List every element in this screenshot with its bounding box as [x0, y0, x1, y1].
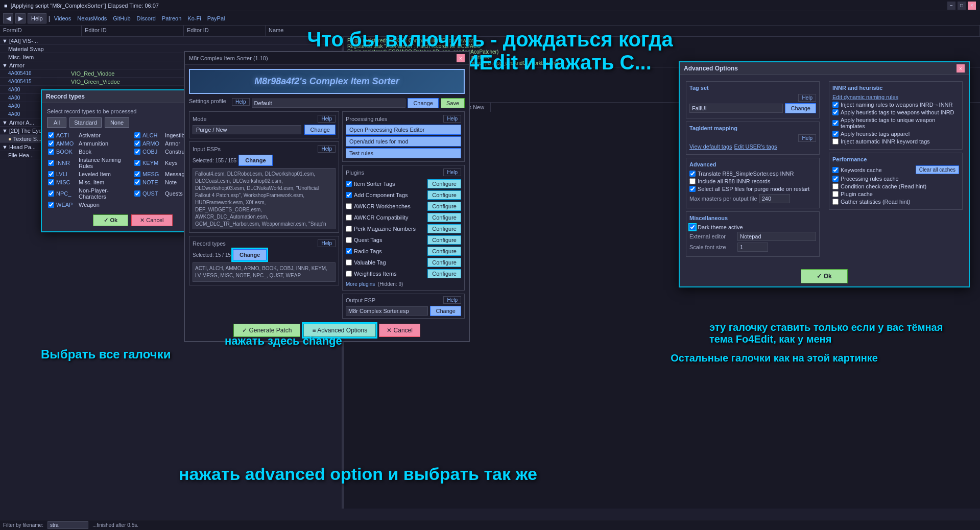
- close-btn[interactable]: ×: [968, 2, 976, 10]
- help-btn[interactable]: Help: [28, 13, 46, 23]
- tagident-help-btn[interactable]: Help: [798, 134, 816, 142]
- tag-set-input[interactable]: [689, 104, 783, 113]
- input-esps-help-btn[interactable]: Help: [318, 145, 336, 153]
- check-alch[interactable]: [134, 132, 140, 138]
- btn-none[interactable]: None: [105, 117, 129, 128]
- check-qust[interactable]: [134, 190, 140, 197]
- configure-add-component[interactable]: Configure: [427, 190, 461, 200]
- tag-set-change-btn[interactable]: Change: [785, 103, 816, 113]
- settings-change-btn[interactable]: Change: [408, 98, 439, 108]
- minimize-btn[interactable]: −: [947, 2, 955, 10]
- discord-link[interactable]: Discord: [135, 15, 158, 21]
- check-npc[interactable]: [48, 190, 54, 197]
- record-types-help-btn[interactable]: Help: [318, 239, 336, 247]
- settings-save-btn[interactable]: Save: [441, 98, 465, 108]
- check-mesg[interactable]: [134, 171, 140, 177]
- filter-input[interactable]: [47, 521, 88, 529]
- configure-valuable[interactable]: Configure: [427, 258, 461, 267]
- tag-set-help-btn[interactable]: Help: [798, 94, 816, 102]
- output-esp-input[interactable]: [346, 306, 428, 316]
- btn-standard[interactable]: Standard: [69, 117, 102, 128]
- open-rules-btn[interactable]: Open/add rules for mod: [346, 136, 461, 147]
- check-add-component[interactable]: [346, 192, 352, 198]
- check-item-sorter[interactable]: [346, 181, 352, 187]
- check-quest-tags[interactable]: [346, 237, 352, 243]
- clear-caches-btn[interactable]: Clear all caches: [916, 165, 959, 174]
- view-default-tags-btn[interactable]: View default tags: [689, 143, 732, 150]
- check-misc[interactable]: [48, 179, 54, 185]
- configure-radio-tags[interactable]: Configure: [427, 247, 461, 256]
- btn-cancel[interactable]: ✕ Cancel: [131, 214, 172, 226]
- sorter-close-btn[interactable]: ×: [457, 54, 465, 62]
- check-valuable[interactable]: [346, 259, 352, 266]
- configure-perk-mag[interactable]: Configure: [427, 224, 461, 233]
- check-keym[interactable]: [134, 160, 140, 166]
- settings-profile-input[interactable]: [252, 99, 406, 108]
- record-types-change-btn[interactable]: Change: [233, 249, 267, 260]
- check-weap[interactable]: [48, 202, 54, 208]
- check-note[interactable]: [134, 179, 140, 185]
- check-awkcr-compat[interactable]: [346, 214, 352, 221]
- nav-prev-btn[interactable]: ◀: [3, 13, 13, 23]
- check-plugin-cache[interactable]: [832, 191, 839, 197]
- mode-change-btn[interactable]: Change: [304, 125, 336, 135]
- advanced-options-btn[interactable]: ≡ Advanced Options: [303, 324, 376, 337]
- advanced-close-btn[interactable]: ×: [957, 64, 965, 73]
- check-ammo[interactable]: [48, 140, 54, 147]
- videos-link[interactable]: Videos: [52, 15, 73, 21]
- nav-next-btn[interactable]: ▶: [15, 13, 26, 23]
- check-select-esp[interactable]: [689, 186, 696, 192]
- patreon-link[interactable]: Patreon: [160, 15, 184, 21]
- check-dark-theme[interactable]: [689, 224, 696, 230]
- tree-item-0[interactable]: ▼ [4AI] VIS-...: [0, 37, 342, 45]
- check-inject-innr-keyword[interactable]: [832, 138, 839, 144]
- plugins-help-btn[interactable]: Help: [443, 168, 461, 176]
- check-perk-mag[interactable]: [346, 226, 352, 232]
- configure-awkcr-workbench[interactable]: Configure: [427, 202, 461, 211]
- proc-rules-help-btn[interactable]: Help: [443, 115, 461, 123]
- configure-item-sorter[interactable]: Configure: [427, 179, 461, 188]
- check-cobj[interactable]: [134, 149, 140, 155]
- sorter-cancel-btn[interactable]: ✕ Cancel: [379, 324, 420, 337]
- paypal-link[interactable]: PayPal: [205, 15, 227, 21]
- edit-dynamic-btn[interactable]: Edit dynamic naming rules: [832, 94, 898, 100]
- check-armo[interactable]: [134, 140, 140, 147]
- generate-btn[interactable]: ✓ Generate Patch: [233, 324, 300, 337]
- github-link[interactable]: GitHub: [111, 15, 132, 21]
- maximize-btn[interactable]: □: [958, 2, 966, 10]
- mode-help-btn[interactable]: Help: [318, 115, 336, 123]
- nexusmods-link[interactable]: NexusMods: [75, 15, 109, 21]
- check-acti[interactable]: [48, 132, 54, 138]
- check-translate-innr[interactable]: [689, 171, 696, 177]
- check-heuristic-weapons[interactable]: [832, 109, 839, 115]
- check-lvli[interactable]: [48, 171, 54, 177]
- check-keywords-cache[interactable]: [832, 167, 839, 173]
- input-esps-change-btn[interactable]: Change: [238, 155, 272, 166]
- configure-quest-tags[interactable]: Configure: [427, 235, 461, 245]
- max-masters-input[interactable]: [759, 194, 790, 203]
- configure-weightless[interactable]: Configure: [427, 269, 461, 278]
- check-cond-cache[interactable]: [832, 183, 839, 189]
- advanced-ok-btn[interactable]: ✓ Ok: [801, 269, 847, 283]
- open-editor-btn[interactable]: Open Processing Rules Editor: [346, 125, 461, 135]
- edit-user-tags-btn[interactable]: Edit USER's tags: [734, 143, 777, 150]
- check-book[interactable]: [48, 149, 54, 155]
- check-inject-naming[interactable]: [832, 102, 839, 108]
- check-innr[interactable]: [48, 160, 54, 166]
- btn-ok[interactable]: ✓ Ok: [93, 214, 128, 226]
- check-weightless[interactable]: [346, 271, 352, 277]
- check-gather-stats[interactable]: [832, 199, 839, 205]
- check-proc-rules-cache[interactable]: [832, 176, 839, 182]
- output-help-btn[interactable]: Help: [443, 296, 461, 304]
- check-include-r88[interactable]: [689, 178, 696, 184]
- configure-awkcr-compat[interactable]: Configure: [427, 213, 461, 222]
- settings-help-btn[interactable]: Help: [232, 98, 250, 106]
- output-change-btn[interactable]: Change: [430, 306, 461, 316]
- test-rules-btn[interactable]: Test rules: [346, 148, 461, 158]
- check-radio-tags[interactable]: [346, 248, 352, 254]
- external-editor-input[interactable]: [737, 232, 816, 241]
- check-heuristic-unique[interactable]: [832, 120, 839, 126]
- btn-all[interactable]: All: [47, 117, 66, 128]
- check-heuristic-apparel[interactable]: [832, 131, 839, 137]
- font-size-input[interactable]: [737, 243, 768, 252]
